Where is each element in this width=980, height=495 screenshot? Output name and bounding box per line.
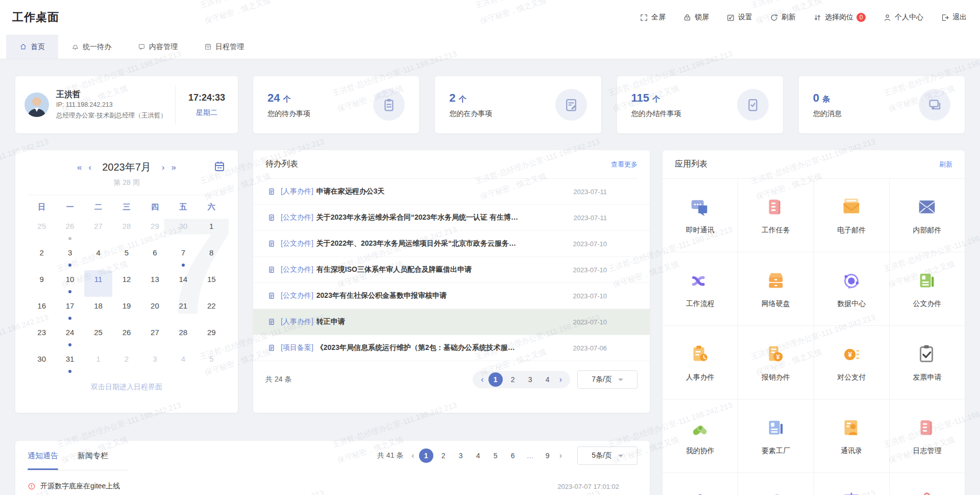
page-number[interactable]: 4	[541, 372, 555, 387]
calendar-day[interactable]: 2	[112, 350, 140, 376]
avatar[interactable]	[24, 92, 49, 117]
notice-item[interactable]: 开源数字底座在gitee上线 2023-07-07 17:01:02	[28, 475, 638, 495]
page-number[interactable]: 5	[488, 449, 503, 463]
app-item[interactable]: 内部邮件	[890, 179, 965, 252]
calendar-day[interactable]: 22	[198, 297, 226, 323]
header-action-button[interactable]: 锁屏	[683, 13, 709, 22]
calendar-day[interactable]: 7	[169, 244, 197, 270]
prev-month-arrow[interactable]: ‹	[89, 163, 92, 172]
app-item[interactable]: 公文办件	[890, 252, 965, 325]
prev-year-arrow[interactable]: «	[77, 163, 82, 172]
prev-page-arrow[interactable]: ‹	[478, 375, 486, 384]
calendar-day[interactable]: 28	[169, 323, 197, 350]
app-item[interactable]: 网络硬盘	[738, 252, 813, 325]
calendar-day[interactable]: 25	[28, 217, 56, 244]
todo-item[interactable]: [人事办件] 转正申请 2023-07-10	[253, 309, 650, 335]
calendar-day[interactable]: 31	[56, 350, 84, 376]
calendar-day[interactable]: 17	[56, 297, 84, 323]
main-tab[interactable]: 日程管理	[191, 35, 257, 59]
page-number[interactable]: 2	[506, 372, 520, 387]
calendar-day[interactable]: 1	[198, 217, 226, 244]
page-size-select[interactable]: 7条/页	[577, 370, 638, 389]
todo-category-tag[interactable]: [公文办件]	[281, 265, 313, 274]
calendar-day[interactable]: 11	[84, 270, 112, 297]
page-number[interactable]: 2	[436, 449, 451, 463]
todo-item-title[interactable]: 转正申请	[316, 317, 530, 326]
todo-category-tag[interactable]: [公文办件]	[281, 291, 313, 300]
todo-item[interactable]: [公文办件] 2023年有生社保公积金基数申报审核申请 2023-07-10	[253, 283, 650, 309]
header-action-button[interactable]: 选择岗位 0	[813, 13, 866, 22]
header-action-button[interactable]: 个人中心	[883, 13, 923, 22]
calendar-day[interactable]: 26	[112, 323, 140, 350]
stat-card[interactable]: 0 条 您的消息	[799, 76, 965, 133]
calendar-day[interactable]: 30	[28, 350, 56, 376]
calendar-day[interactable]: 29	[198, 323, 226, 350]
calendar-day[interactable]: 6	[141, 244, 169, 270]
todo-category-tag[interactable]: [公文办件]	[281, 239, 313, 248]
page-number[interactable]: 1	[419, 449, 433, 463]
calendar-day[interactable]: 2	[28, 244, 56, 270]
stat-card[interactable]: 24 个 您的待办事项	[253, 76, 419, 133]
page-number[interactable]: …	[523, 449, 537, 463]
page-number[interactable]: 9	[541, 449, 555, 463]
todo-item-title[interactable]: 关于2023年水务运维外采合同“2023年水务局统一认证 有生博大VS数字...	[316, 213, 530, 222]
todo-item[interactable]: [公文办件] 有生深境ISO三体系年审人员配合及牌匾借出申请 2023-07-1…	[253, 257, 650, 283]
calendar-day[interactable]: 8	[198, 244, 226, 270]
app-item[interactable]: 数据中心	[814, 252, 889, 325]
calendar-day[interactable]: 5	[198, 350, 226, 376]
schedule-icon[interactable]	[213, 160, 226, 173]
app-item[interactable]: 即时通讯	[663, 179, 738, 252]
calendar-day[interactable]: 25	[84, 323, 112, 350]
todo-item[interactable]: [项目备案] 《2023年局信息系统运行维护（第2包：基础办公系统技术服务）》 …	[253, 335, 650, 361]
calendar-day[interactable]: 19	[112, 297, 140, 323]
calendar-day[interactable]: 30	[169, 217, 197, 244]
app-item[interactable]: 要素工厂	[738, 399, 813, 473]
app-item[interactable]: ¥ 对公支付	[814, 326, 889, 399]
page-size-select[interactable]: 5条/页	[577, 446, 638, 465]
calendar-day[interactable]: 23	[28, 323, 56, 350]
header-action-button[interactable]: 退出	[941, 13, 967, 22]
next-page-arrow[interactable]: ›	[556, 375, 565, 384]
app-item[interactable]: 我的协作	[663, 399, 738, 473]
app-item[interactable]: 日志管理	[890, 399, 965, 473]
app-item[interactable]	[738, 473, 813, 495]
view-more-link[interactable]: 查看更多	[611, 160, 638, 169]
calendar-day[interactable]: 18	[84, 297, 112, 323]
notice-text[interactable]: 开源数字底座在gitee上线	[40, 482, 557, 491]
app-item[interactable]	[814, 473, 889, 495]
todo-item-title[interactable]: 《2023年局信息系统运行维护（第2包：基础办公系统技术服务）》	[316, 343, 530, 352]
app-item[interactable]: 人事办件	[663, 326, 738, 399]
todo-category-tag[interactable]: [项目备案]	[281, 343, 313, 352]
calendar-day[interactable]: 29	[141, 217, 169, 244]
header-action-button[interactable]: 设置	[726, 13, 752, 22]
app-item[interactable]	[663, 473, 738, 495]
page-number[interactable]: 1	[488, 372, 503, 387]
main-tab[interactable]: 内容管理	[125, 35, 191, 59]
calendar-day[interactable]: 5	[112, 244, 140, 270]
calendar-day[interactable]: 15	[198, 270, 226, 297]
calendar-day[interactable]: 1	[84, 350, 112, 376]
header-action-button[interactable]: 刷新	[770, 13, 796, 22]
calendar-day[interactable]: 24	[56, 323, 84, 350]
app-item[interactable]: 电子邮件	[814, 179, 889, 252]
calendar-day[interactable]: 28	[112, 217, 140, 244]
todo-category-tag[interactable]: [公文办件]	[281, 213, 313, 222]
todo-item-title[interactable]: 有生深境ISO三体系年审人员配合及牌匾借出申请	[316, 265, 530, 274]
calendar-day[interactable]: 26	[56, 217, 84, 244]
todo-item[interactable]: [人事办件] 申请在家远程办公3天 2023-07-11	[253, 179, 650, 205]
app-item[interactable]: ¥ 报销办件	[738, 326, 813, 399]
app-item[interactable]: 通讯录	[814, 399, 889, 473]
todo-item[interactable]: [公文办件] 关于2022年、2023年水务局运维项目外采“北京市政务云服务合同…	[253, 231, 650, 257]
next-year-arrow[interactable]: »	[171, 163, 176, 172]
refresh-link[interactable]: 刷新	[939, 160, 952, 169]
calendar-day[interactable]: 27	[84, 217, 112, 244]
notice-tab[interactable]: 通知通告	[28, 441, 58, 470]
page-number[interactable]: 3	[454, 449, 468, 463]
calendar-day[interactable]: 3	[56, 244, 84, 270]
main-tab[interactable]: 首页	[6, 35, 58, 59]
calendar-day[interactable]: 20	[141, 297, 169, 323]
calendar-day[interactable]: 9	[28, 270, 56, 297]
todo-item-title[interactable]: 2023年有生社保公积金基数申报审核申请	[316, 291, 530, 300]
page-number[interactable]: 6	[506, 449, 520, 463]
page-number[interactable]: 3	[523, 372, 537, 387]
